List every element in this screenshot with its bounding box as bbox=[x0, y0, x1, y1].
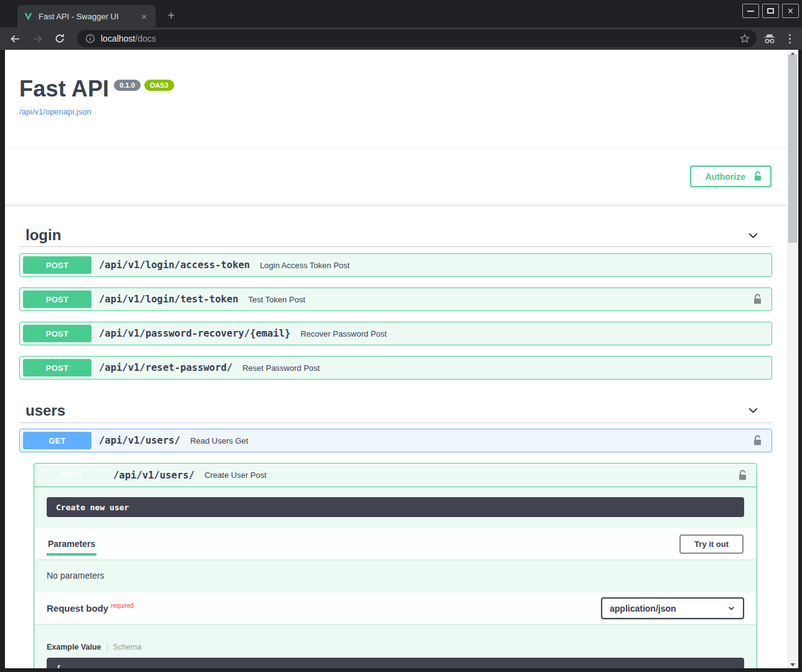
maximize-button[interactable] bbox=[762, 4, 779, 18]
incognito-icon bbox=[763, 34, 776, 44]
chevron-down-icon bbox=[747, 229, 760, 242]
close-icon: × bbox=[788, 6, 793, 16]
section-header-users[interactable]: users bbox=[19, 395, 772, 423]
op-row-users-get[interactable]: GET /api/v1/users/ Read Users Get bbox=[19, 429, 772, 452]
page-scrollbar[interactable] bbox=[787, 50, 798, 668]
request-body-section-header: Request bodyrequired application/json bbox=[34, 592, 757, 624]
section-title: login bbox=[26, 226, 61, 244]
scroll-down-icon[interactable] bbox=[787, 661, 798, 668]
window-titlebar: Fast API - Swagger UI × + × bbox=[0, 0, 802, 27]
minimize-button[interactable] bbox=[742, 4, 759, 18]
tab-separator bbox=[107, 643, 108, 651]
method-badge: POST bbox=[23, 291, 91, 308]
maximize-icon bbox=[767, 8, 774, 14]
required-label: required bbox=[111, 602, 134, 609]
request-body-label: Request body bbox=[47, 603, 108, 614]
favicon-icon bbox=[24, 12, 33, 21]
example-code-block: { bbox=[47, 658, 744, 668]
tab-title: Fast API - Swagger UI bbox=[39, 12, 139, 21]
tab-parameters[interactable]: Parameters bbox=[47, 539, 96, 549]
new-tab-button[interactable]: + bbox=[163, 7, 179, 24]
tab-schema[interactable]: Schema bbox=[113, 643, 142, 651]
try-it-out-button[interactable]: Try it out bbox=[679, 534, 744, 554]
method-badge: POST bbox=[23, 256, 91, 274]
authorize-button[interactable]: Authorize bbox=[690, 166, 772, 187]
page-title: Fast API bbox=[19, 76, 109, 102]
tab-example-value[interactable]: Example Value bbox=[47, 643, 101, 651]
site-info-icon[interactable] bbox=[85, 34, 95, 44]
op-row-reset-password[interactable]: POST /api/v1/reset-password/ Reset Passw… bbox=[19, 356, 772, 380]
op-path: /api/v1/login/access-token bbox=[99, 259, 250, 271]
tab-close-icon[interactable]: × bbox=[139, 11, 149, 22]
op-row-login-access-token[interactable]: POST /api/v1/login/access-token Login Ac… bbox=[19, 253, 772, 277]
op-summary: Create User Post bbox=[205, 470, 736, 480]
bookmark-star-icon[interactable] bbox=[739, 33, 750, 44]
url-path: /docs bbox=[135, 34, 156, 44]
op-summary: Recover Password Post bbox=[301, 329, 764, 338]
browser-menu-icon[interactable] bbox=[786, 32, 793, 46]
op-path: /api/v1/users/ bbox=[99, 435, 180, 446]
op-summary: Read Users Get bbox=[190, 436, 751, 446]
no-parameters-text: No parameters bbox=[34, 559, 757, 592]
op-path: /api/v1/login/test-token bbox=[99, 294, 238, 305]
chevron-down-icon bbox=[727, 604, 735, 612]
op-path: /api/v1/reset-password/ bbox=[99, 362, 233, 373]
op-summary: Login Access Token Post bbox=[260, 261, 764, 270]
browser-tab[interactable]: Fast API - Swagger UI × bbox=[17, 5, 156, 27]
page-content: Fast API 0.1.0 OAS3 /api/v1/openapi.json… bbox=[5, 50, 787, 668]
auth-lock-icon[interactable] bbox=[736, 469, 749, 482]
op-summary: Reset Password Post bbox=[243, 363, 764, 373]
op-row-password-recovery[interactable]: POST /api/v1/password-recovery/{email} R… bbox=[19, 322, 772, 345]
op-path: /api/v1/password-recovery/{email} bbox=[99, 328, 291, 339]
close-button[interactable]: × bbox=[782, 4, 799, 18]
op-path: /api/v1/users/ bbox=[113, 470, 195, 481]
scheme-container: Authorize bbox=[5, 147, 787, 205]
forward-icon[interactable] bbox=[30, 31, 45, 46]
url-host: localhost bbox=[101, 34, 135, 44]
authorize-label: Authorize bbox=[705, 172, 745, 182]
method-badge: GET bbox=[23, 432, 91, 449]
method-badge: POST bbox=[23, 359, 91, 376]
scrollbar-thumb[interactable] bbox=[788, 55, 797, 243]
method-badge: POST bbox=[37, 467, 106, 484]
method-badge: POST bbox=[23, 325, 91, 342]
openapi-spec-link[interactable]: /api/v1/openapi.json bbox=[19, 107, 91, 116]
op-description: Create new user bbox=[47, 497, 744, 517]
op-block-users-post-expanded: POST /api/v1/users/ Create User Post Cre… bbox=[34, 463, 757, 668]
op-row-users-post[interactable]: POST /api/v1/users/ Create User Post bbox=[34, 464, 757, 487]
reload-icon[interactable] bbox=[52, 31, 67, 46]
chevron-down-icon bbox=[747, 404, 760, 417]
auth-lock-icon[interactable] bbox=[751, 434, 764, 447]
media-type-select[interactable]: application/json bbox=[601, 597, 744, 619]
minimize-icon bbox=[747, 11, 754, 12]
op-row-login-test-token[interactable]: POST /api/v1/login/test-token Test Token… bbox=[19, 287, 772, 311]
op-summary: Test Token Post bbox=[248, 295, 751, 304]
browser-toolbar: localhost/docs bbox=[0, 27, 802, 50]
section-title: users bbox=[26, 402, 65, 419]
auth-lock-icon[interactable] bbox=[751, 292, 764, 306]
unlock-icon bbox=[753, 171, 763, 182]
parameters-section-header: Parameters Try it out bbox=[34, 528, 757, 559]
back-icon[interactable] bbox=[7, 31, 22, 46]
media-type-value: application/json bbox=[610, 604, 676, 614]
url-bar[interactable]: localhost/docs bbox=[77, 30, 757, 47]
oas3-badge: OAS3 bbox=[144, 80, 174, 91]
version-badge: 0.1.0 bbox=[114, 80, 140, 91]
section-header-login[interactable]: login bbox=[19, 221, 772, 247]
